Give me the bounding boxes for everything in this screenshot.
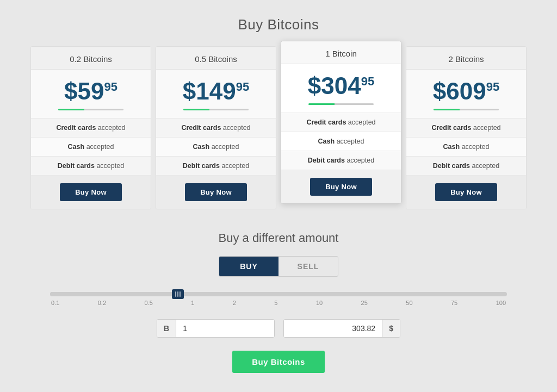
buy-sell-toggle: BUY SELL xyxy=(219,256,338,277)
usd-suffix: $ xyxy=(382,320,400,337)
feature-bold-card-2-1: Cash xyxy=(443,143,460,151)
btn-section-card-2: Buy Now xyxy=(406,176,526,209)
slider-label-5: 5 xyxy=(274,300,277,306)
slider-label-2: 2 xyxy=(233,300,236,306)
feature-bold-card-1-0: Credit cards xyxy=(306,119,346,126)
feature-text-card-05-2: accepted xyxy=(220,162,249,170)
slider-label-0.2: 0.2 xyxy=(98,300,106,306)
buy-bitcoins-button[interactable]: Buy Bitcoins xyxy=(232,351,325,373)
pricing-card-card-02: 0.2 Bitcoins $5995 Credit cards accepted… xyxy=(30,46,151,209)
amount-slider-section: 0.10.20.512510255075100 xyxy=(28,292,529,306)
slider-thumb-line3 xyxy=(180,291,181,297)
feature-text-card-02-2: accepted xyxy=(95,162,124,170)
price-divider-card-02 xyxy=(58,109,123,110)
slider-thumb-line1 xyxy=(175,291,176,297)
usd-input[interactable] xyxy=(284,320,382,337)
feature-row-card-05-2: Debit cards accepted xyxy=(156,157,276,176)
price-section-card-1: $30495 xyxy=(281,64,401,113)
feature-row-card-2-2: Debit cards accepted xyxy=(406,157,526,176)
slider-label-1: 1 xyxy=(191,300,194,306)
feature-text-card-2-0: accepted xyxy=(471,124,500,132)
pricing-card-card-1: 1 Bitcoin $30495 Credit cards accepted C… xyxy=(281,41,401,204)
feature-row-card-2-1: Cash accepted xyxy=(406,138,526,157)
feature-bold-card-05-0: Credit cards xyxy=(181,124,221,132)
btn-section-card-1: Buy Now xyxy=(281,170,401,203)
usd-input-group: $ xyxy=(283,319,400,338)
feature-text-card-1-2: accepted xyxy=(345,157,374,164)
card-header-card-05: 0.5 Bitcoins xyxy=(156,47,276,70)
feature-bold-card-05-1: Cash xyxy=(193,143,210,151)
slider-label-0.1: 0.1 xyxy=(51,300,59,306)
feature-bold-card-02-1: Cash xyxy=(68,143,85,151)
section-title: Buy a different amount xyxy=(28,231,529,245)
card-header-card-2: 2 Bitcoins xyxy=(406,47,526,70)
price-divider-card-05 xyxy=(183,109,249,110)
slider-thumb[interactable] xyxy=(172,289,184,299)
price-section-card-02: $5995 xyxy=(31,70,151,119)
slider-label-50: 50 xyxy=(406,300,412,306)
feature-bold-card-02-0: Credit cards xyxy=(56,124,96,132)
feature-text-card-02-0: accepted xyxy=(96,124,125,132)
slider-label-75: 75 xyxy=(451,300,457,306)
price-section-card-05: $14995 xyxy=(156,70,276,119)
feature-row-card-2-0: Credit cards accepted xyxy=(406,119,526,138)
feature-text-card-1-0: accepted xyxy=(346,119,375,126)
feature-row-card-1-0: Credit cards accepted xyxy=(281,113,401,132)
btc-input[interactable] xyxy=(176,320,274,337)
slider-fill xyxy=(50,292,187,296)
feature-bold-card-1-2: Debit cards xyxy=(308,157,345,164)
buy-now-btn-card-05[interactable]: Buy Now xyxy=(185,183,247,201)
pricing-card-card-2: 2 Bitcoins $60995 Credit cards accepted … xyxy=(406,46,527,209)
slider-thumb-line2 xyxy=(177,291,178,297)
slider-track[interactable] xyxy=(50,292,507,296)
card-header-card-02: 0.2 Bitcoins xyxy=(31,47,151,70)
feature-text-card-2-1: accepted xyxy=(460,143,489,151)
buy-now-btn-card-02[interactable]: Buy Now xyxy=(60,183,122,201)
feature-row-card-05-1: Cash accepted xyxy=(156,138,276,157)
price-cents-card-1: 95 xyxy=(361,74,374,88)
price-main-card-05: $14995 xyxy=(162,79,270,103)
price-main-card-1: $30495 xyxy=(287,74,395,98)
page-title: Buy Bitcoins xyxy=(238,16,319,33)
feature-text-card-05-0: accepted xyxy=(221,124,250,132)
price-section-card-2: $60995 xyxy=(406,70,526,119)
pricing-card-card-05: 0.5 Bitcoins $14995 Credit cards accepte… xyxy=(156,46,276,209)
feature-row-card-02-1: Cash accepted xyxy=(31,138,151,157)
price-main-card-02: $5995 xyxy=(36,79,145,103)
price-cents-card-02: 95 xyxy=(104,80,117,94)
price-cents-card-2: 95 xyxy=(486,80,499,94)
slider-label-100: 100 xyxy=(496,300,506,306)
feature-text-card-2-2: accepted xyxy=(470,162,499,170)
price-divider-card-1 xyxy=(308,103,374,105)
slider-label-10: 10 xyxy=(316,300,323,306)
feature-row-card-1-1: Cash accepted xyxy=(281,132,401,151)
price-divider-card-2 xyxy=(434,109,499,110)
feature-text-card-05-1: accepted xyxy=(209,143,239,151)
feature-row-card-02-2: Debit cards accepted xyxy=(31,157,151,176)
slider-labels: 0.10.20.512510255075100 xyxy=(50,300,507,306)
buy-toggle-btn[interactable]: BUY xyxy=(219,257,278,276)
feature-row-card-1-2: Debit cards accepted xyxy=(281,151,401,170)
buy-now-btn-card-2[interactable]: Buy Now xyxy=(435,183,497,201)
btn-section-card-02: Buy Now xyxy=(31,176,151,209)
feature-bold-card-2-2: Debit cards xyxy=(433,162,470,170)
price-cents-card-05: 95 xyxy=(236,80,249,94)
slider-label-25: 25 xyxy=(361,300,368,306)
sell-toggle-btn[interactable]: SELL xyxy=(278,257,338,276)
pricing-cards: 0.2 Bitcoins $5995 Credit cards accepted… xyxy=(28,46,529,209)
feature-row-card-02-0: Credit cards accepted xyxy=(31,119,151,138)
feature-bold-card-02-2: Debit cards xyxy=(58,162,95,170)
feature-bold-card-1-1: Cash xyxy=(318,138,335,145)
feature-bold-card-2-0: Credit cards xyxy=(431,124,471,132)
btn-section-card-05: Buy Now xyxy=(156,176,276,209)
card-header-card-1: 1 Bitcoin xyxy=(281,41,401,64)
price-main-card-2: $60995 xyxy=(412,79,521,103)
feature-text-card-02-1: accepted xyxy=(84,143,114,151)
feature-text-card-1-1: accepted xyxy=(335,138,364,145)
feature-bold-card-05-2: Debit cards xyxy=(183,162,220,170)
input-row: B $ xyxy=(28,319,529,338)
btc-prefix: B xyxy=(157,320,176,337)
slider-label-0.5: 0.5 xyxy=(144,300,152,306)
buy-now-btn-card-1[interactable]: Buy Now xyxy=(310,178,372,196)
btc-input-group: B xyxy=(157,319,275,338)
